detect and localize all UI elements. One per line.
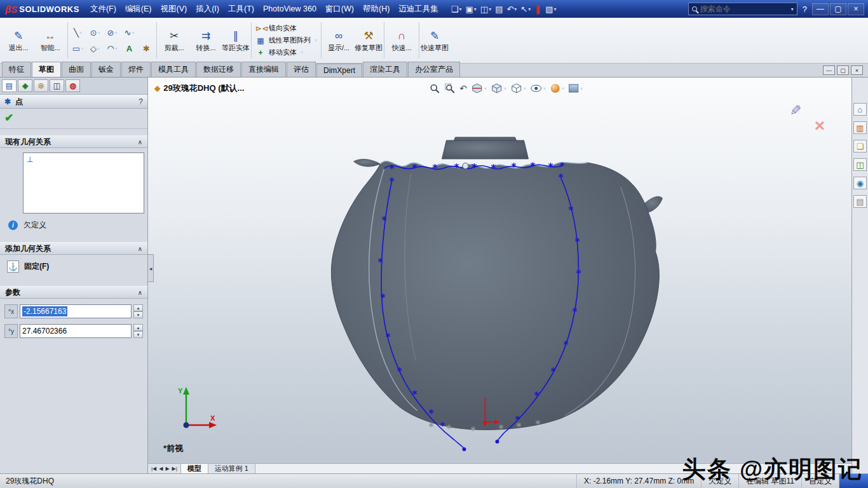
parameters-header[interactable]: 参数 ∧ — [0, 286, 147, 299]
close-button[interactable]: × — [848, 3, 864, 15]
tab-evaluate[interactable]: 评估 — [287, 62, 316, 77]
display-style-button[interactable]: ▾ — [511, 83, 526, 94]
search-dropdown-icon[interactable]: ▾ — [791, 6, 794, 12]
move-entities-button[interactable]: +移动实体▾ — [255, 48, 317, 57]
tab-data-migration[interactable]: 数据迁移 — [196, 62, 241, 77]
linear-pattern-button[interactable]: ▦线性草图阵列▾ — [255, 36, 317, 45]
addins-tab[interactable]: ◍ — [65, 79, 80, 92]
undo-button[interactable]: ↶▾ — [505, 3, 519, 15]
save-button[interactable]: ◫▾ — [478, 3, 493, 15]
previous-view-button[interactable]: ↶ — [459, 83, 467, 93]
help-icon[interactable]: ? — [139, 97, 143, 106]
menu-photoview[interactable]: PhotoView 360 — [259, 2, 321, 16]
design-library-icon[interactable]: ▥ — [853, 121, 867, 134]
display-manager-tab[interactable]: ⊛ — [34, 79, 48, 92]
arc-tool[interactable]: ◠▾ — [104, 41, 121, 57]
command-search[interactable]: ▾ — [688, 3, 797, 15]
tab-weldments[interactable]: 焊件 — [121, 62, 151, 77]
trim-entities-button[interactable]: ✂ 剪裁... — [158, 19, 190, 62]
home-icon[interactable]: ⌂ — [853, 103, 867, 116]
tab-direct-editing[interactable]: 直接编辑 — [241, 62, 286, 77]
motion-study-tab[interactable]: 运动算例 1 — [208, 464, 255, 473]
exit-sketch-button[interactable]: ✎ 退出... — [3, 19, 34, 62]
menu-window[interactable]: 窗口(W) — [321, 1, 358, 17]
rectangle-tool[interactable]: ▭▾ — [69, 41, 86, 57]
select-button[interactable]: ↖▾ — [519, 3, 532, 15]
tab-scroll-next[interactable]: ▶ — [165, 466, 169, 471]
tab-sheet-metal[interactable]: 钣金 — [92, 62, 121, 77]
line-tool[interactable]: ╲▾ — [69, 25, 86, 41]
rebuild-button[interactable]: ❚ — [532, 3, 543, 15]
doc-restore-button[interactable]: ▢ — [837, 65, 849, 75]
tab-scroll-prev[interactable]: ◀ — [159, 466, 163, 471]
ok-check-button[interactable]: ✔ — [4, 112, 13, 124]
view-palette-icon[interactable]: ◫ — [853, 158, 867, 171]
tab-mold-tools[interactable]: 模具工具 — [151, 62, 196, 77]
open-document-button[interactable]: ▣▾ — [464, 3, 478, 15]
x-spinner-up[interactable]: ▲ — [133, 304, 143, 311]
relations-listbox[interactable]: ⊥ — [23, 152, 144, 214]
model-canvas[interactable]: **************************** ****** — [148, 78, 851, 473]
display-relations-button[interactable]: ∞ 显示/... — [323, 19, 355, 62]
menu-edit[interactable]: 编辑(E) — [121, 1, 156, 17]
tab-surfaces[interactable]: 曲面 — [62, 62, 91, 77]
spline-tool[interactable]: ∿▾ — [121, 25, 138, 41]
mirror-entities-button[interactable]: ⊳⊲镜向实体 — [255, 24, 317, 33]
add-relations-header[interactable]: 添加几何关系 ∧ — [0, 242, 147, 255]
menu-view[interactable]: 视图(V) — [156, 1, 192, 17]
model-tab[interactable]: 模型 — [181, 464, 208, 473]
edit-appearance-button[interactable]: ▾ — [550, 83, 564, 93]
convert-entities-button[interactable]: ⇉ 转换... — [190, 19, 222, 62]
rapid-sketch-button[interactable]: ✎ 快速草图 — [421, 19, 449, 62]
zoom-area-button[interactable] — [444, 83, 455, 94]
configuration-manager-tab[interactable]: ◈ — [18, 79, 32, 92]
circle-tool[interactable]: ⊙▾ — [86, 25, 104, 41]
quick-snaps-button[interactable]: ∩ 快速... — [386, 19, 417, 62]
menu-maidi-tools[interactable]: 迈迪工具集 — [394, 1, 443, 17]
polygon-tool[interactable]: ◇▾ — [86, 41, 104, 57]
offset-entities-button[interactable]: ∥ 等距实体 — [222, 19, 250, 62]
new-document-button[interactable]: ❏▾ — [449, 3, 464, 15]
menu-insert[interactable]: 插入(I) — [191, 1, 224, 17]
x-coordinate-input[interactable]: -2.15667163 — [20, 304, 132, 318]
cancel-sketch-icon[interactable]: × — [815, 117, 825, 135]
zoom-fit-button[interactable] — [429, 83, 440, 94]
tab-scroll-last[interactable]: ▶| — [172, 466, 177, 471]
search-input[interactable] — [700, 4, 787, 13]
text-tool[interactable]: A — [121, 41, 138, 57]
sketch-pencil-icon[interactable]: ✎ — [787, 104, 803, 116]
tab-sketch[interactable]: 草图 — [32, 62, 61, 77]
y-spinner-down[interactable]: ▼ — [133, 331, 143, 338]
custom-properties-icon[interactable]: ▤ — [853, 195, 867, 208]
repair-sketch-button[interactable]: ⚒ 修复草图 — [355, 19, 383, 62]
minimize-button[interactable]: — — [812, 3, 829, 15]
property-manager-tab[interactable]: ▤ — [2, 79, 17, 92]
menu-tools[interactable]: 工具(T) — [224, 1, 259, 17]
relation-item[interactable]: ⊥ — [25, 154, 34, 165]
appearances-icon[interactable]: ◉ — [853, 177, 867, 189]
print-button[interactable]: ▤ — [493, 3, 505, 15]
tab-office-products[interactable]: 办公室产品 — [408, 62, 460, 77]
fixed-relation-button[interactable]: ⚓ 固定(F) — [0, 255, 147, 280]
doc-minimize-button[interactable]: — — [823, 65, 835, 75]
section-view-button[interactable]: ▾ — [471, 83, 487, 94]
dimxpert-manager-tab[interactable]: ◫ — [50, 79, 64, 92]
maximize-button[interactable]: ▢ — [830, 3, 846, 15]
menu-help[interactable]: 帮助(H) — [358, 1, 394, 17]
doc-close-button[interactable]: × — [851, 65, 863, 75]
y-coordinate-input[interactable] — [20, 324, 132, 338]
tab-scroll-first[interactable]: |◀ — [151, 466, 156, 471]
help-button[interactable]: ? — [797, 4, 812, 14]
file-explorer-icon[interactable]: ❏ — [853, 140, 867, 152]
tab-dimxpert[interactable]: DimXpert — [316, 64, 362, 77]
tab-render-tools[interactable]: 渲染工具 — [363, 62, 407, 77]
x-spinner-down[interactable]: ▼ — [133, 311, 143, 318]
hide-show-items-button[interactable]: ▾ — [531, 85, 546, 92]
apply-scene-button[interactable]: ▾ — [569, 83, 583, 93]
tab-features[interactable]: 特征 — [2, 62, 31, 77]
existing-relations-header[interactable]: 现有几何关系 ∧ — [0, 135, 147, 148]
menu-file[interactable]: 文件(F) — [86, 1, 121, 17]
panel-collapse-handle[interactable]: ◀ — [148, 254, 154, 282]
smart-dimension-button[interactable]: ↔ 智能... — [34, 19, 66, 62]
point-tool[interactable]: ✱ — [138, 41, 155, 57]
